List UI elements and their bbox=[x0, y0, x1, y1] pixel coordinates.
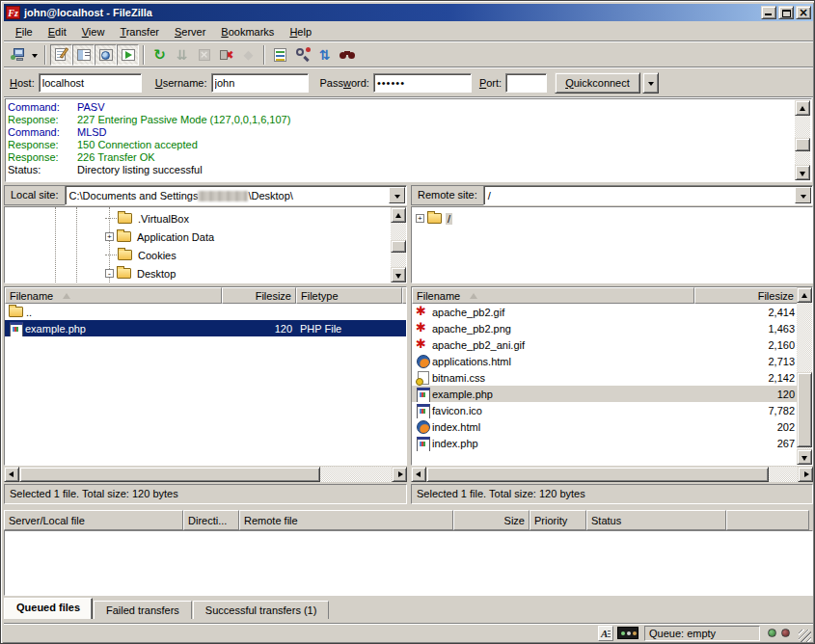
toggle-remote-tree-button[interactable] bbox=[95, 44, 117, 66]
local-site-path-combo[interactable]: C:\Documents and Settings\Desktop\ bbox=[65, 185, 407, 205]
menu-help[interactable]: Help bbox=[282, 23, 319, 40]
process-queue-button[interactable] bbox=[171, 44, 193, 66]
queue-column-remote-file[interactable]: Remote file bbox=[239, 510, 453, 530]
log-scrollbar[interactable] bbox=[795, 100, 810, 180]
local-tree-scrollbar[interactable] bbox=[391, 207, 406, 282]
menu-file[interactable]: File bbox=[8, 23, 41, 40]
file-row-apache_pb2-gif[interactable]: apache_pb2.gif2,414 bbox=[412, 304, 797, 320]
file-row-bitnami-css[interactable]: bitnami.css2,142 bbox=[412, 369, 797, 386]
tab-queued-files[interactable]: Queued files bbox=[4, 598, 93, 619]
column-header-filesize[interactable]: Filesize bbox=[222, 287, 296, 304]
remote-site-path-combo[interactable]: / bbox=[483, 185, 813, 205]
tree-item-desktop[interactable]: -Desktop bbox=[105, 264, 177, 282]
toggle-local-tree-button[interactable] bbox=[72, 44, 95, 66]
username-input[interactable] bbox=[211, 73, 309, 93]
scroll-up-button[interactable] bbox=[795, 100, 810, 116]
queue-column-directi-[interactable]: Directi... bbox=[183, 510, 239, 530]
scroll-up-button[interactable] bbox=[391, 207, 406, 223]
file-row-favicon-ico[interactable]: favicon.ico7,782 bbox=[412, 402, 797, 418]
quickconnect-button[interactable]: Quickconnect bbox=[555, 72, 640, 94]
tree-item-root[interactable]: +/ bbox=[416, 209, 452, 228]
synchronized-browsing-button[interactable] bbox=[313, 44, 336, 66]
column-header-filetype[interactable]: Filetype bbox=[296, 287, 402, 304]
directory-filters-button[interactable] bbox=[269, 44, 291, 66]
filesize-cell: 120 bbox=[694, 386, 799, 402]
log-line: Response:226 Transfer OK bbox=[8, 151, 794, 164]
file-row-applications-html[interactable]: applications.html2,713 bbox=[412, 353, 797, 369]
data-type-indicator-icon[interactable] bbox=[598, 626, 613, 641]
tree-item-application-data[interactable]: +Application Data bbox=[105, 228, 216, 246]
disconnect-button[interactable] bbox=[215, 44, 237, 66]
menu-server[interactable]: Server bbox=[167, 23, 213, 40]
file-row-apache_pb2-png[interactable]: apache_pb2.png1,463 bbox=[412, 320, 797, 336]
tab-failed-transfers[interactable]: Failed transfers bbox=[94, 601, 192, 619]
scroll-up-button[interactable] bbox=[797, 287, 812, 303]
scrollbar-thumb[interactable] bbox=[795, 138, 810, 151]
file-row-index-html[interactable]: index.html202 bbox=[412, 418, 797, 435]
expand-icon[interactable]: + bbox=[416, 214, 424, 223]
local-list-hscrollbar[interactable] bbox=[4, 467, 407, 482]
port-input[interactable] bbox=[505, 73, 547, 93]
quickconnect-dropdown-button[interactable] bbox=[642, 72, 659, 94]
file-row-apache_pb2_ani-gif[interactable]: apache_pb2_ani.gif2,160 bbox=[412, 336, 797, 353]
filename-cell: applications.html bbox=[412, 353, 694, 369]
file-row-example-php[interactable]: example.php120 bbox=[412, 386, 797, 402]
collapse-icon[interactable]: - bbox=[105, 269, 114, 278]
menu-edit[interactable]: Edit bbox=[41, 23, 74, 40]
remote-list-hscrollbar[interactable] bbox=[411, 467, 813, 482]
minimize-button[interactable] bbox=[761, 6, 776, 19]
file-row-example-php[interactable]: example.php120PHP File1 bbox=[5, 320, 406, 336]
menu-bookmarks[interactable]: Bookmarks bbox=[213, 23, 282, 40]
filezilla-app-icon[interactable]: Fz bbox=[6, 6, 20, 19]
refresh-button[interactable] bbox=[149, 44, 171, 66]
queue-column-status[interactable]: Status bbox=[586, 510, 726, 530]
tab-successful-transfers-1-[interactable]: Successful transfers (1) bbox=[193, 601, 330, 619]
scrollbar-thumb[interactable] bbox=[391, 240, 406, 253]
file-search-button[interactable] bbox=[336, 44, 358, 66]
queue-column-size[interactable]: Size bbox=[453, 510, 530, 530]
scroll-right-button[interactable] bbox=[798, 467, 813, 482]
remote-list-scrollbar[interactable] bbox=[797, 287, 812, 465]
scroll-down-button[interactable] bbox=[797, 449, 812, 465]
scroll-right-button[interactable] bbox=[392, 467, 407, 482]
column-header-filename[interactable]: Filename bbox=[5, 287, 222, 304]
menu-view[interactable]: View bbox=[74, 23, 113, 40]
transfer-queue-body[interactable] bbox=[4, 530, 813, 596]
close-button[interactable]: × bbox=[796, 6, 811, 19]
html-file-icon bbox=[416, 355, 429, 367]
cancel-operation-button[interactable] bbox=[193, 44, 215, 66]
column-header-filename[interactable]: Filename bbox=[412, 287, 694, 304]
titlebar[interactable]: Fz john@localhost - FileZilla × bbox=[4, 4, 813, 21]
maximize-button[interactable] bbox=[778, 6, 794, 19]
scrollbar-thumb[interactable] bbox=[797, 372, 812, 447]
queue-column-priority[interactable]: Priority bbox=[530, 510, 586, 530]
scroll-left-button[interactable] bbox=[411, 467, 426, 482]
file-row-index-php[interactable]: index.php267 bbox=[412, 435, 797, 451]
reconnect-button[interactable] bbox=[237, 44, 259, 66]
file-row--[interactable]: .. bbox=[5, 304, 406, 320]
site-manager-button-dropdown[interactable] bbox=[30, 44, 41, 66]
toggle-queue-view-button[interactable] bbox=[117, 44, 139, 66]
scrollbar-thumb[interactable] bbox=[426, 467, 769, 482]
tree-item--virtualbox[interactable]: .VirtualBox bbox=[105, 209, 191, 228]
site-manager-button[interactable] bbox=[8, 44, 30, 66]
log-line-text: Directory listing successful bbox=[77, 164, 203, 176]
queue-column-server-local-file[interactable]: Server/Local file bbox=[4, 510, 183, 530]
toggle-log-view-button[interactable] bbox=[50, 44, 72, 66]
resize-grip[interactable] bbox=[799, 630, 811, 642]
password-input[interactable] bbox=[373, 73, 472, 93]
scroll-down-button[interactable] bbox=[391, 267, 406, 282]
tree-item-cookies[interactable]: Cookies bbox=[105, 246, 178, 264]
host-input[interactable] bbox=[39, 73, 142, 93]
menu-transfer[interactable]: Transfer bbox=[112, 23, 167, 40]
directory-comparison-button[interactable] bbox=[291, 44, 313, 66]
column-header-l[interactable]: L bbox=[402, 287, 407, 304]
expand-icon[interactable]: + bbox=[105, 232, 114, 241]
combo-dropdown-icon[interactable] bbox=[389, 187, 405, 203]
scroll-left-button[interactable] bbox=[4, 467, 19, 482]
column-header-filesize[interactable]: Filesize bbox=[694, 287, 799, 304]
scroll-down-button[interactable] bbox=[795, 165, 810, 180]
scrollbar-thumb[interactable] bbox=[19, 467, 320, 482]
speed-limits-indicator-icon[interactable] bbox=[617, 627, 638, 639]
combo-dropdown-icon[interactable] bbox=[795, 187, 811, 203]
